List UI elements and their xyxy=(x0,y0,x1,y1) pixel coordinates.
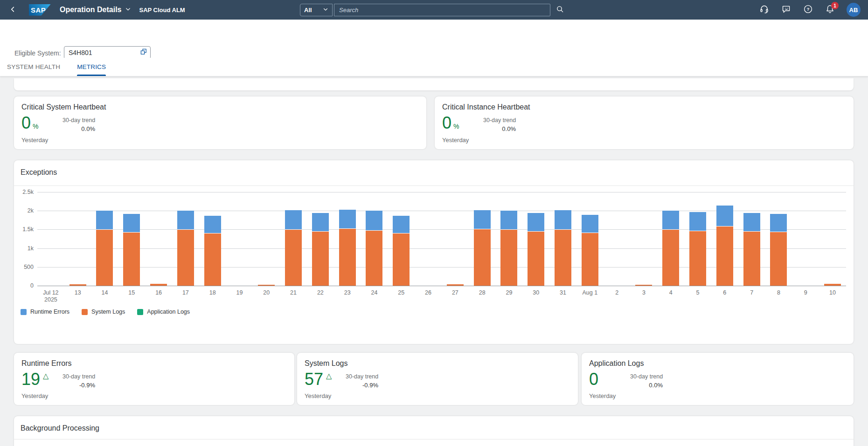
support-button[interactable] xyxy=(759,4,769,16)
bar-segment xyxy=(285,229,302,286)
value-help-icon[interactable] xyxy=(140,48,147,57)
stacked-bar[interactable] xyxy=(204,216,221,286)
card-runtime-errors[interactable]: Runtime Errors 19 △ 30-day trend -0.9% Y… xyxy=(14,353,294,405)
tab-metrics[interactable]: METRICS xyxy=(77,58,106,76)
back-button[interactable] xyxy=(4,0,22,20)
stacked-bar[interactable] xyxy=(312,213,329,286)
x-tick-label: 7 xyxy=(738,289,765,303)
bar-slot xyxy=(253,192,280,286)
scrolled-card-remainder xyxy=(14,78,854,90)
tab-system-health[interactable]: SYSTEM HEALTH xyxy=(7,58,60,76)
x-tick-label: 30 xyxy=(522,289,549,303)
stacked-bar[interactable] xyxy=(824,284,841,286)
search-input[interactable] xyxy=(334,4,550,16)
bar-slot xyxy=(819,192,846,286)
search-scope-select[interactable]: All xyxy=(300,4,333,16)
stacked-bar[interactable] xyxy=(366,211,382,286)
help-button[interactable]: ? xyxy=(803,4,813,16)
bar-slot xyxy=(334,192,361,286)
card-title: Critical System Heartbeat xyxy=(21,103,419,111)
trend-label: 30-day trend xyxy=(483,117,516,124)
bar-segment xyxy=(824,284,841,286)
x-tick-label: 28 xyxy=(469,289,496,303)
x-tick-label: 18 xyxy=(199,289,226,303)
eligible-system-input[interactable] xyxy=(69,49,140,56)
feedback-button[interactable] xyxy=(781,4,791,16)
stacked-bar[interactable] xyxy=(635,285,652,286)
chart-bars xyxy=(37,192,846,286)
stacked-bar[interactable] xyxy=(393,216,410,286)
card-critical-system-heartbeat[interactable]: Critical System Heartbeat 0 % 30-day tre… xyxy=(14,96,426,149)
bar-segment xyxy=(393,233,410,286)
bar-slot xyxy=(388,192,415,286)
card-application-logs[interactable]: Application Logs 0 30-day trend 0.0% Yes… xyxy=(582,353,854,405)
bar-segment xyxy=(500,211,517,229)
card-title: Background Processing xyxy=(14,416,854,432)
bar-segment xyxy=(393,216,410,233)
bar-segment xyxy=(123,214,140,232)
bar-segment xyxy=(528,231,544,286)
bar-slot xyxy=(118,192,145,286)
stacked-bar[interactable] xyxy=(177,211,194,286)
legend-swatch xyxy=(82,309,88,315)
sap-logo-text: SAP xyxy=(29,6,46,14)
stacked-bar[interactable] xyxy=(150,284,167,286)
chart-title: Exceptions xyxy=(14,160,854,177)
bar-segment xyxy=(500,229,517,286)
stacked-bar[interactable] xyxy=(123,214,140,286)
stacked-bar[interactable] xyxy=(689,212,706,286)
bar-segment xyxy=(96,229,113,286)
headset-icon xyxy=(759,4,769,15)
bar-segment xyxy=(312,231,329,286)
stacked-bar[interactable] xyxy=(500,211,517,286)
legend-swatch xyxy=(137,309,143,315)
bar-segment xyxy=(474,210,491,229)
card-system-logs[interactable]: System Logs 57 △ 30-day trend -0.9% Yest… xyxy=(297,353,578,405)
legend-item[interactable]: Application Logs xyxy=(137,309,190,315)
bar-slot xyxy=(631,192,658,286)
bar-slot xyxy=(684,192,711,286)
search-button[interactable] xyxy=(553,4,567,16)
bar-segment xyxy=(689,212,706,230)
stacked-bar[interactable] xyxy=(716,206,733,286)
card-title: Application Logs xyxy=(589,359,846,368)
y-tick-label: 1.5k xyxy=(22,226,34,233)
x-tick-label: 22 xyxy=(307,289,334,303)
stacked-bar[interactable] xyxy=(339,210,356,286)
stacked-bar[interactable] xyxy=(96,211,113,286)
stacked-bar[interactable] xyxy=(69,284,86,286)
stacked-bar[interactable] xyxy=(474,210,491,286)
stacked-bar[interactable] xyxy=(285,210,302,286)
stacked-bar[interactable] xyxy=(555,210,571,286)
kpi-value: 0 xyxy=(442,114,451,132)
stacked-bar[interactable] xyxy=(447,284,464,286)
x-tick-label: 4 xyxy=(657,289,684,303)
chevron-down-icon xyxy=(323,7,328,14)
bar-segment xyxy=(474,229,491,286)
x-tick-label: 23 xyxy=(334,289,361,303)
stacked-bar[interactable] xyxy=(528,213,544,286)
stacked-bar[interactable] xyxy=(743,213,760,286)
stacked-bar[interactable] xyxy=(770,214,787,286)
x-tick-label: 29 xyxy=(496,289,523,303)
app-title-menu[interactable]: Operation Details xyxy=(60,6,131,14)
stacked-bar[interactable] xyxy=(582,215,598,286)
card-critical-instance-heartbeat[interactable]: Critical Instance Heartbeat 0 % 30-day t… xyxy=(435,96,854,149)
x-tick-label: 27 xyxy=(442,289,469,303)
legend-label: Application Logs xyxy=(147,309,190,315)
avatar[interactable]: AB xyxy=(847,3,861,17)
stacked-bar[interactable] xyxy=(258,285,275,286)
bar-segment xyxy=(582,233,598,286)
sap-logo[interactable]: SAP xyxy=(29,4,51,16)
x-tick-label: 8 xyxy=(765,289,792,303)
notifications-button[interactable]: 1 xyxy=(825,4,835,16)
stacked-bar[interactable] xyxy=(662,211,679,286)
bar-segment xyxy=(662,229,679,286)
legend-item[interactable]: Runtime Errors xyxy=(21,309,69,315)
bar-slot xyxy=(145,192,172,286)
legend-item[interactable]: System Logs xyxy=(82,309,125,315)
bar-slot xyxy=(361,192,388,286)
bar-segment xyxy=(743,213,760,231)
trend-value: -0.9% xyxy=(346,382,378,389)
bar-slot xyxy=(792,192,819,286)
